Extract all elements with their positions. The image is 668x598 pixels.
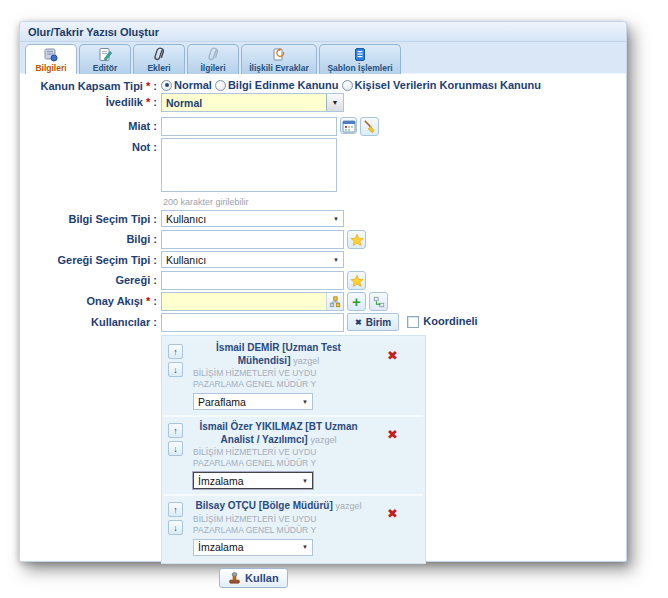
- favorites-star-icon[interactable]: [347, 230, 366, 249]
- kullan-button-label: Kullan: [245, 572, 279, 584]
- delete-user-icon[interactable]: ✖: [387, 348, 398, 363]
- bilgi-label: Bilgi :: [20, 230, 161, 245]
- chevron-down-icon: ▼: [302, 399, 312, 405]
- edit-document-icon: [97, 47, 113, 62]
- bilgi-secim-tipi-value: Kullanıcı: [166, 213, 206, 225]
- geregi-label: Gereği :: [20, 271, 161, 286]
- delete-user-icon[interactable]: ✖: [387, 506, 398, 521]
- tab-ekleri[interactable]: Ekleri: [133, 44, 185, 74]
- user-org: BİLİŞİM HİZMETLERİ VE UYDU PAZARLAMA GEN…: [193, 514, 364, 536]
- tab-editor[interactable]: Editör: [79, 44, 131, 74]
- user-action-value: İmzalama: [198, 475, 244, 487]
- birim-remove-button[interactable]: ✖ Birim: [347, 313, 399, 331]
- add-plus-icon[interactable]: +: [347, 292, 366, 311]
- chevron-down-icon: ▼: [302, 544, 312, 550]
- user-name: Bilsay OTÇU [Bölge Müdürü] yazgel: [193, 500, 364, 513]
- add-flow-icon[interactable]: [369, 292, 388, 311]
- kanun-kapsam-radiogroup: Normal Bilgi Edinme Kanunu Kişisel Veril…: [161, 77, 544, 91]
- koordineli-checkbox[interactable]: [407, 316, 419, 328]
- kullanicilar-label: Kullanıcılar :: [20, 313, 161, 328]
- bilgi-secim-tipi-select[interactable]: Kullanıcı ▼: [161, 210, 344, 227]
- geregi-input[interactable]: [161, 271, 344, 290]
- user-action-value: İmzalama: [198, 541, 244, 553]
- miat-label: Miat :: [20, 117, 161, 132]
- chevron-down-icon[interactable]: ▼: [326, 94, 343, 111]
- paperclip-icon: [151, 47, 167, 62]
- form-content: Kanun Kapsam Tipi * : Normal Bilgi Edinm…: [20, 74, 626, 588]
- koordineli-label: Koordineli: [423, 313, 477, 327]
- radio-kisisel-veriler[interactable]: [342, 80, 353, 91]
- geregi-secim-tipi-select[interactable]: Kullanıcı ▼: [161, 251, 344, 268]
- approval-user-row: ↑ ↓ İsmail DEMİR [Uzman Test Mühendisi] …: [164, 338, 423, 415]
- onay-akisi-label: Onay Akışı * :: [20, 292, 161, 307]
- clear-broom-icon[interactable]: [360, 117, 379, 136]
- user-name: İsmail DEMİR [Uzman Test Mühendisi] yazg…: [193, 342, 364, 367]
- not-hint: 200 karakter girilebilir: [163, 197, 337, 207]
- chevron-down-icon: ▼: [333, 216, 343, 222]
- onay-akisi-input[interactable]: [161, 292, 344, 311]
- move-down-icon[interactable]: ↓: [168, 520, 183, 535]
- template-document-icon: [352, 47, 368, 62]
- user-action-value: Paraflama: [198, 396, 246, 408]
- radio-normal[interactable]: [161, 80, 172, 91]
- bilgi-input[interactable]: [161, 230, 344, 249]
- tab-bilgileri[interactable]: Bilgileri: [25, 44, 77, 74]
- org-chart-icon[interactable]: [326, 293, 343, 310]
- tab-label: Bilgileri: [35, 63, 66, 73]
- tab-strip: Bilgileri Editör Ekleri İlgileri İlişkil…: [20, 42, 626, 74]
- tab-label: İlişkili Evraklar: [249, 63, 309, 73]
- linked-document-icon: [271, 47, 287, 62]
- move-down-icon[interactable]: ↓: [168, 441, 183, 456]
- paperclip-light-icon: [205, 47, 221, 62]
- chevron-down-icon: ▼: [333, 257, 343, 263]
- ivedilik-label: İvedilik * :: [20, 93, 161, 108]
- tab-label: Editör: [93, 63, 118, 73]
- chevron-down-icon: ▼: [302, 478, 312, 484]
- tab-sablon-islemleri[interactable]: Şablon İşlemleri: [319, 44, 401, 74]
- user-org: BİLİŞİM HİZMETLERİ VE UYDU PAZARLAMA GEN…: [193, 447, 364, 469]
- ivedilik-value: Normal: [166, 97, 202, 109]
- geregi-secim-tipi-value: Kullanıcı: [166, 254, 206, 266]
- move-up-icon[interactable]: ↑: [168, 423, 183, 438]
- kullanicilar-input[interactable]: [161, 313, 344, 332]
- dialog-title: Olur/Takrir Yazısı Oluştur: [20, 22, 626, 42]
- tab-label: Şablon İşlemleri: [327, 63, 392, 73]
- approval-user-row: ↑ ↓ İsmail Özer YIKILMAZ [BT Uzman Anali…: [164, 415, 423, 494]
- user-action-select[interactable]: İmzalama ▼: [193, 472, 313, 489]
- radio-kisisel-veriler-label: Kişisel Verilerin Korunması Kanunu: [355, 79, 541, 91]
- radio-normal-label: Normal: [174, 79, 212, 91]
- tab-label: İlgileri: [200, 63, 225, 73]
- birim-button-label: Birim: [366, 317, 392, 328]
- not-label: Not :: [20, 138, 161, 153]
- radio-bilgi-edinme-label: Bilgi Edinme Kanunu: [228, 79, 339, 91]
- move-up-icon[interactable]: ↑: [168, 502, 183, 517]
- approval-user-row: ↑ ↓ Bilsay OTÇU [Bölge Müdürü] yazgel Bİ…: [164, 494, 423, 561]
- user-action-select[interactable]: Paraflama ▼: [193, 393, 313, 410]
- olur-takrir-dialog: Olur/Takrir Yazısı Oluştur Bilgileri Edi…: [19, 21, 627, 562]
- favorites-star-icon[interactable]: [347, 271, 366, 290]
- bilgi-secim-tipi-label: Bilgi Seçim Tipi :: [20, 210, 161, 225]
- geregi-secim-tipi-label: Gereği Seçim Tipi :: [20, 251, 161, 266]
- not-textarea[interactable]: [161, 138, 337, 192]
- tab-ilgileri[interactable]: İlgileri: [187, 44, 239, 74]
- kanun-kapsam-label: Kanun Kapsam Tipi * :: [20, 77, 161, 92]
- tab-iliskili-evraklar[interactable]: İlişkili Evraklar: [241, 44, 317, 74]
- miat-input[interactable]: [161, 117, 337, 136]
- approval-users-panel: ↑ ↓ İsmail DEMİR [Uzman Test Mühendisi] …: [161, 335, 426, 564]
- user-name: İsmail Özer YIKILMAZ [BT Uzman Analist /…: [193, 421, 364, 446]
- move-down-icon[interactable]: ↓: [168, 362, 183, 377]
- radio-bilgi-edinme[interactable]: [215, 80, 226, 91]
- delete-user-icon[interactable]: ✖: [387, 427, 398, 442]
- kullan-button[interactable]: Kullan: [219, 568, 288, 588]
- stamp-icon: [228, 571, 241, 584]
- close-x-icon: ✖: [355, 318, 362, 327]
- user-action-select[interactable]: İmzalama ▼: [193, 539, 313, 556]
- ivedilik-select[interactable]: Normal ▼: [161, 93, 344, 112]
- user-org: BİLİŞİM HİZMETLERİ VE UYDU PAZARLAMA GEN…: [193, 368, 364, 390]
- book-icon: [43, 47, 59, 62]
- calendar-icon[interactable]: [340, 117, 357, 134]
- tab-label: Ekleri: [147, 63, 170, 73]
- move-up-icon[interactable]: ↑: [168, 344, 183, 359]
